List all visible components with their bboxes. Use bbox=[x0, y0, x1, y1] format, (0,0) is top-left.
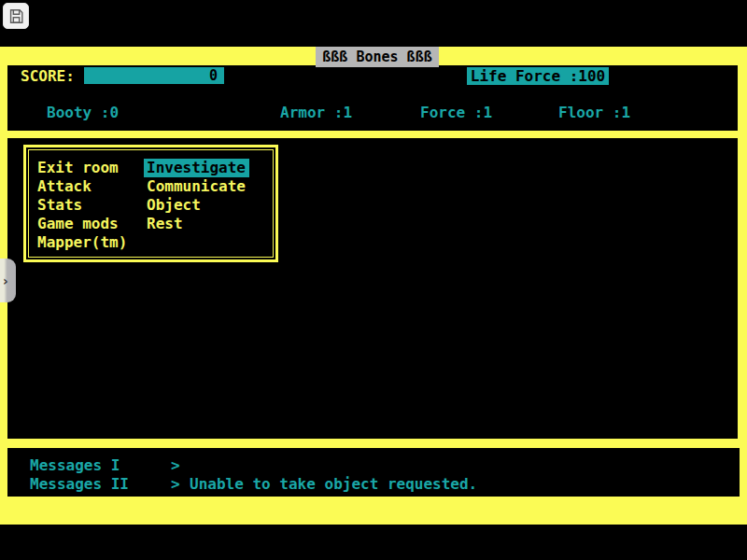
stat-armor: Armor :1 bbox=[280, 104, 352, 121]
menu-item[interactable]: Mapper(tm) bbox=[37, 233, 127, 252]
drawer-toggle[interactable]: › bbox=[0, 259, 16, 302]
menu-column-left: Exit room Attack Stats Game mods Mapper(… bbox=[37, 159, 127, 252]
game-frame: ßßß Bones ßßß SCORE: 0 Life Force :100 B… bbox=[0, 47, 747, 525]
action-menu: Exit room Attack Stats Game mods Mapper(… bbox=[23, 145, 278, 262]
menu-item[interactable]: Rest bbox=[147, 215, 183, 233]
stat-force: Force :1 bbox=[420, 104, 492, 121]
message-prompt: > bbox=[171, 456, 180, 474]
save-button[interactable] bbox=[3, 3, 29, 29]
score-value: 0 bbox=[209, 67, 218, 84]
stat-booty: Booty :0 bbox=[47, 104, 119, 121]
page-title: ßßß Bones ßßß bbox=[316, 47, 439, 67]
life-force-badge: Life Force :100 bbox=[467, 67, 609, 85]
menu-item[interactable]: Communicate bbox=[147, 177, 246, 196]
action-menu-inner: Exit room Attack Stats Game mods Mapper(… bbox=[28, 149, 274, 258]
message-label: Messages II bbox=[30, 475, 129, 493]
message-label: Messages I bbox=[30, 456, 120, 474]
score-label: SCORE: bbox=[21, 67, 75, 85]
message-prompt: > bbox=[171, 475, 180, 493]
message-text: Unable to take object requested. bbox=[190, 475, 477, 493]
messages-panel: Messages I > Messages II > Unable to tak… bbox=[7, 448, 740, 497]
menu-item[interactable]: Investigate bbox=[144, 159, 249, 177]
stat-floor: Floor :1 bbox=[558, 104, 630, 121]
game-screen: ßßß Bones ßßß SCORE: 0 Life Force :100 B… bbox=[0, 0, 747, 560]
menu-column-right: Investigate Communicate Object Rest bbox=[147, 159, 249, 233]
chevron-right-icon: › bbox=[0, 274, 8, 287]
main-viewport: Exit room Attack Stats Game mods Mapper(… bbox=[7, 138, 738, 439]
message-row: Messages I > bbox=[7, 456, 740, 475]
message-row: Messages II > Unable to take object requ… bbox=[7, 475, 740, 494]
status-panel: SCORE: 0 Life Force :100 Booty :0 Armor … bbox=[7, 65, 738, 131]
menu-item[interactable]: Stats bbox=[37, 196, 82, 215]
save-icon bbox=[7, 7, 25, 25]
menu-item[interactable]: Game mods bbox=[37, 215, 119, 233]
score-bar: 0 bbox=[84, 67, 224, 84]
menu-item[interactable]: Object bbox=[147, 196, 201, 215]
menu-item[interactable]: Exit room bbox=[37, 159, 119, 177]
menu-item[interactable]: Attack bbox=[37, 177, 92, 196]
